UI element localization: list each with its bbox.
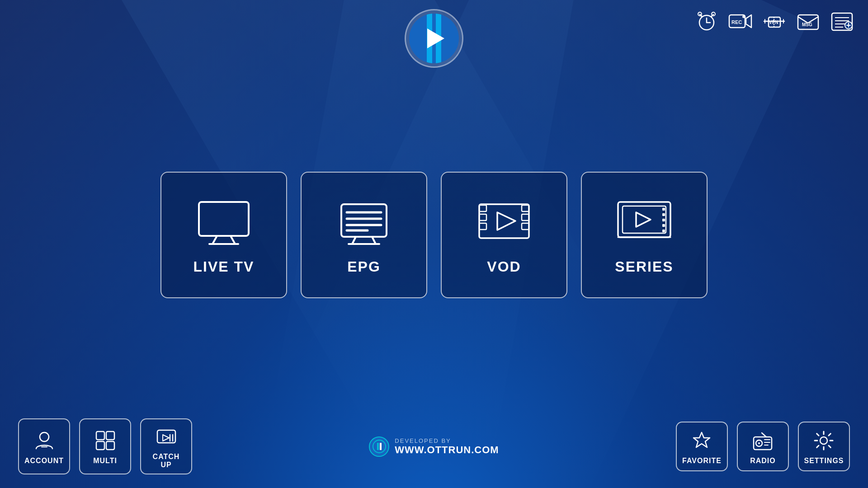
svg-rect-51 — [662, 230, 665, 232]
update-button[interactable] — [830, 9, 854, 34]
series-label: SERIES — [615, 258, 673, 275]
vod-label: VOD — [487, 258, 521, 275]
favorite-button[interactable]: FAVORITE — [676, 422, 728, 471]
rec-icon: REC — [728, 9, 753, 34]
svg-marker-60 — [163, 435, 169, 441]
update-icon — [830, 9, 854, 34]
svg-line-33 — [352, 237, 356, 244]
alarm-icon — [694, 9, 719, 34]
epg-icon — [332, 195, 396, 249]
favorite-label: FAVORITE — [682, 457, 722, 465]
brand-icon — [369, 436, 389, 457]
main-menu: LIVE TV EPG — [160, 172, 708, 298]
svg-rect-42 — [522, 223, 529, 230]
top-toolbar: REC VPN — [694, 9, 854, 34]
brand-url: WWW.OTTRUN.COM — [395, 444, 499, 456]
svg-line-34 — [372, 237, 376, 244]
account-label: ACCOUNT — [24, 457, 64, 465]
multi-icon — [94, 430, 116, 453]
app-logo — [405, 9, 463, 68]
msg-icon: MSG — [796, 9, 821, 34]
vpn-button[interactable]: VPN — [762, 9, 787, 34]
vod-card[interactable]: VOD — [441, 172, 567, 298]
svg-marker-52 — [636, 212, 651, 227]
svg-rect-39 — [479, 223, 486, 230]
svg-rect-41 — [522, 214, 529, 221]
live-tv-icon — [192, 195, 255, 249]
svg-rect-48 — [662, 213, 665, 216]
vod-icon — [472, 195, 536, 249]
svg-rect-50 — [662, 224, 665, 227]
account-icon — [33, 430, 55, 453]
svg-rect-37 — [479, 205, 486, 211]
svg-point-69 — [758, 442, 760, 444]
settings-label: SETTINGS — [804, 457, 844, 465]
svg-marker-66 — [693, 432, 710, 447]
bottom-left-icons: ACCOUNT MULTI — [18, 418, 192, 474]
svg-point-53 — [40, 432, 49, 441]
svg-rect-56 — [106, 432, 114, 440]
svg-rect-57 — [96, 441, 104, 450]
svg-line-26 — [231, 236, 235, 244]
series-icon — [613, 195, 676, 249]
brand-developed-by: DEVELOPED BY — [395, 437, 499, 444]
svg-rect-55 — [96, 432, 104, 440]
multi-label: MULTI — [93, 457, 117, 465]
catch-up-icon — [156, 426, 177, 449]
favorite-icon — [691, 430, 712, 453]
svg-marker-43 — [497, 212, 515, 230]
catch-up-label: CATCH UP — [149, 453, 183, 469]
settings-icon — [813, 430, 835, 453]
svg-line-73 — [762, 433, 766, 437]
brand-section: DEVELOPED BY WWW.OTTRUN.COM — [369, 436, 499, 457]
msg-button[interactable]: MSG — [796, 9, 821, 34]
svg-line-25 — [212, 236, 217, 244]
svg-text:VPN: VPN — [769, 20, 778, 25]
radio-label: RADIO — [750, 457, 776, 465]
svg-rect-64 — [377, 443, 379, 450]
svg-rect-58 — [106, 441, 114, 450]
svg-text:REC: REC — [731, 19, 742, 25]
svg-rect-65 — [380, 443, 382, 450]
settings-button[interactable]: SETTINGS — [798, 422, 850, 471]
series-card[interactable]: SERIES — [581, 172, 708, 298]
vpn-icon: VPN — [762, 9, 787, 34]
catch-up-button[interactable]: CATCH UP — [140, 418, 192, 474]
svg-rect-38 — [479, 214, 486, 221]
rec-button[interactable]: REC — [728, 9, 753, 34]
account-button[interactable]: ACCOUNT — [18, 418, 70, 474]
svg-marker-9 — [746, 15, 751, 28]
svg-rect-24 — [199, 202, 249, 236]
svg-point-63 — [373, 440, 386, 453]
svg-point-11 — [742, 15, 745, 18]
svg-point-74 — [820, 437, 827, 444]
radio-button[interactable]: RADIO — [737, 422, 789, 471]
svg-rect-49 — [662, 219, 665, 221]
epg-card[interactable]: EPG — [301, 172, 427, 298]
svg-text:MSG: MSG — [802, 22, 812, 27]
live-tv-label: LIVE TV — [193, 258, 255, 275]
radio-icon — [752, 430, 774, 453]
alarm-button[interactable] — [694, 9, 719, 34]
svg-rect-40 — [522, 205, 529, 211]
multi-button[interactable]: MULTI — [79, 418, 131, 474]
epg-label: EPG — [347, 258, 381, 275]
svg-rect-47 — [662, 208, 665, 211]
bottom-right-icons: FAVORITE RADIO — [676, 422, 850, 471]
live-tv-card[interactable]: LIVE TV — [160, 172, 287, 298]
svg-rect-45 — [623, 206, 666, 233]
bottom-bar: ACCOUNT MULTI — [0, 418, 868, 474]
svg-rect-28 — [341, 204, 387, 237]
